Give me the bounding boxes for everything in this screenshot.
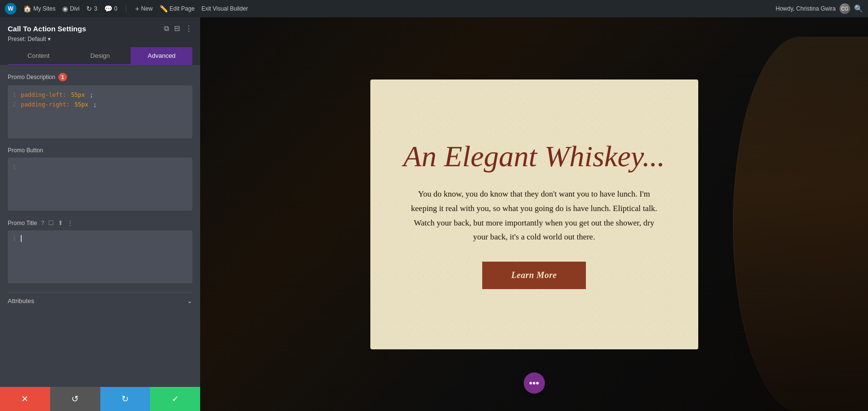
css-property-1: padding-left: xyxy=(21,90,66,100)
sync-icon: ↻ xyxy=(86,5,92,13)
panel-title-row: Call To Action Settings ⧉ ⊟ ⋮ xyxy=(8,24,192,33)
preset-chevron: ▾ xyxy=(48,36,51,42)
line-num-4: 1 xyxy=(13,235,16,242)
edit-page-label: Edit Page xyxy=(170,5,195,12)
settings-panel: Call To Action Settings ⧉ ⊟ ⋮ Preset: De… xyxy=(0,17,200,411)
my-sites-label: My Sites xyxy=(33,5,55,12)
cursor-icon[interactable]: ⬆ xyxy=(58,219,63,226)
promo-button-field-label: Promo Button xyxy=(8,147,192,154)
wordpress-icon[interactable]: W xyxy=(5,3,16,14)
whiskey-card: An Elegant Whiskey... You do know, you d… xyxy=(370,80,698,349)
restore-icon[interactable]: ⧉ xyxy=(164,24,169,33)
preset-label: Preset: Default xyxy=(8,36,46,42)
comment-count: 3 xyxy=(94,5,97,12)
redo-button[interactable]: ↻ xyxy=(100,387,150,411)
confirm-icon: ✓ xyxy=(172,394,179,404)
help-icon[interactable]: ? xyxy=(41,219,44,226)
tab-advanced[interactable]: Advanced xyxy=(131,47,192,64)
glass-decoration xyxy=(733,37,868,411)
line-num-1: 1 xyxy=(13,90,16,100)
panel-tabs: Content Design Advanced xyxy=(8,47,192,65)
cursor-line: 1 xyxy=(13,235,22,242)
plus-icon: + xyxy=(135,5,139,13)
divi-icon: ◉ xyxy=(62,5,68,13)
sites-icon: 🏠 xyxy=(23,5,31,13)
attributes-toggle[interactable]: Attributes ⌄ xyxy=(8,292,192,309)
attributes-label: Attributes xyxy=(8,297,34,305)
bubble-icon: 💬 xyxy=(104,5,112,13)
mobile-icon[interactable]: ☐ xyxy=(48,219,54,226)
learn-more-button[interactable]: Learn More xyxy=(482,262,586,289)
css-property-2: padding-right: xyxy=(21,100,69,109)
edit-page-button[interactable]: ✏️ Edit Page xyxy=(160,5,195,13)
pencil-icon: ✏️ xyxy=(160,5,168,13)
redo-icon: ↻ xyxy=(122,394,129,404)
code-line-2: 2 padding-right: 55px ; xyxy=(13,100,188,109)
more-icon[interactable]: ⋮ xyxy=(67,219,73,226)
css-value-1: 55px xyxy=(71,90,85,100)
canvas-area: An Elegant Whiskey... You do know, you d… xyxy=(200,17,868,411)
main-layout: Call To Action Settings ⧉ ⊟ ⋮ Preset: De… xyxy=(0,17,868,411)
attributes-chevron: ⌄ xyxy=(187,297,192,305)
undo-icon: ↺ xyxy=(71,394,79,404)
undo-button[interactable]: ↺ xyxy=(50,387,100,411)
panel-header-icons: ⧉ ⊟ ⋮ xyxy=(164,24,192,33)
field-badge-1: 1 xyxy=(58,73,67,81)
promo-title-row: Promo Title ? ☐ ⬆ ⋮ xyxy=(8,219,192,226)
exit-builder-label: Exit Visual Builder xyxy=(202,5,248,12)
promo-button-label: Promo Button xyxy=(8,147,43,154)
top-bar: W 🏠 My Sites ◉ Divi ↻ 3 💬 0 + New ✏️ Edi… xyxy=(0,0,868,17)
card-title: An Elegant Whiskey... xyxy=(403,139,665,173)
text-cursor xyxy=(21,235,22,242)
cancel-button[interactable]: ✕ xyxy=(0,387,50,411)
panel-header: Call To Action Settings ⧉ ⊟ ⋮ Preset: De… xyxy=(0,17,200,65)
user-greeting: Howdy, Christina Gwira xyxy=(776,5,836,12)
fab-icon: ••• xyxy=(529,378,539,389)
avatar[interactable]: CG xyxy=(840,3,850,14)
promo-button-editor[interactable]: 1 xyxy=(8,158,192,211)
line-num-3: 1 xyxy=(13,162,16,172)
attributes-section: Attributes ⌄ xyxy=(8,292,192,309)
promo-title-editor[interactable]: 1 xyxy=(8,230,192,283)
bubbles-nav[interactable]: 💬 0 xyxy=(104,5,118,13)
confirm-button[interactable]: ✓ xyxy=(150,387,200,411)
card-body: You do know, you do know that they don't… xyxy=(409,187,660,244)
columns-icon[interactable]: ⊟ xyxy=(174,24,180,33)
css-semi-1: ; xyxy=(90,90,93,100)
preset-selector[interactable]: Preset: Default ▾ xyxy=(8,36,192,42)
comments-nav[interactable]: ↻ 3 xyxy=(86,5,97,13)
line-num-2: 2 xyxy=(13,100,16,109)
promo-title-label: Promo Title xyxy=(8,220,37,226)
css-semi-2: ; xyxy=(93,100,96,109)
css-value-2: 55px xyxy=(74,100,88,109)
divi-nav[interactable]: ◉ Divi xyxy=(62,5,80,13)
new-button[interactable]: + New xyxy=(135,5,152,13)
panel-content: Promo Description 1 1 padding-left: 55px… xyxy=(0,65,200,387)
bottom-bar: ✕ ↺ ↻ ✓ xyxy=(0,387,200,411)
promo-description-editor[interactable]: 1 padding-left: 55px ; 2 padding-right: … xyxy=(8,85,192,138)
tab-design[interactable]: Design xyxy=(69,47,131,64)
more-options-icon[interactable]: ⋮ xyxy=(185,24,192,33)
code-line-3: 1 xyxy=(13,162,188,172)
promo-description-field-label: Promo Description 1 xyxy=(8,73,192,81)
bubble-count: 0 xyxy=(114,5,118,12)
promo-description-label: Promo Description xyxy=(8,74,55,80)
cancel-icon: ✕ xyxy=(21,394,28,404)
divider-1 xyxy=(126,5,126,13)
search-icon[interactable]: 🔍 xyxy=(854,4,863,13)
divi-label: Divi xyxy=(70,5,80,12)
fab-button[interactable]: ••• xyxy=(524,372,545,394)
my-sites-nav[interactable]: 🏠 My Sites xyxy=(23,5,55,13)
topbar-right: Howdy, Christina Gwira CG 🔍 xyxy=(776,3,863,14)
new-label: New xyxy=(141,5,153,12)
tab-content[interactable]: Content xyxy=(8,47,69,64)
exit-builder-button[interactable]: Exit Visual Builder xyxy=(202,5,248,12)
code-line-1: 1 padding-left: 55px ; xyxy=(13,90,188,100)
panel-title: Call To Action Settings xyxy=(8,25,86,33)
